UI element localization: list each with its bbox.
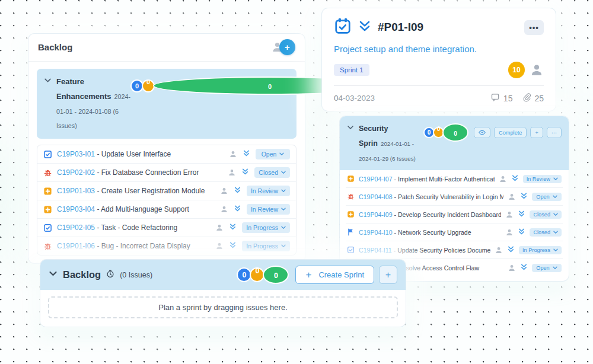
issue-title: Create User Registration Module: [101, 187, 205, 195]
status-dropdown[interactable]: In Review: [247, 186, 290, 196]
issue-id-link[interactable]: C19P04-I09: [359, 211, 393, 218]
issue-row[interactable]: C19P04-I11 - Update Security Policies Do…: [346, 241, 563, 259]
priority-double-chevron-icon: [241, 167, 249, 178]
issue-row[interactable]: C19P04-I07 - Implement Multi-Factor Auth…: [346, 170, 563, 188]
issue-title: Task - Code Refactoring: [101, 223, 178, 232]
assignee-icon[interactable]: [530, 63, 544, 77]
issue-title: Update User Interface: [101, 150, 171, 158]
assignee-icon[interactable]: [220, 187, 228, 195]
chevron-down-icon: [553, 177, 558, 181]
add-sprint-button[interactable]: +: [379, 266, 397, 284]
issue-row[interactable]: C19P04-I09 - Develop Security Incident D…: [346, 206, 563, 223]
more-options-button[interactable]: •••: [524, 20, 544, 35]
assignee-icon[interactable]: [505, 228, 514, 237]
issue-id-link[interactable]: C19P04-I11: [359, 247, 392, 254]
sprint-drop-zone[interactable]: Plan a sprint by dragging issues here.: [48, 296, 398, 318]
priority-double-chevron-icon: [520, 191, 528, 202]
backlog-body: Plan a sprint by dragging issues here.: [40, 290, 406, 327]
priority-double-chevron-icon: [511, 174, 519, 184]
issue-list: C19P03-I01 - Update User Interface Open …: [37, 145, 296, 256]
status-label: In Progress: [246, 224, 278, 231]
collapse-chevron-icon[interactable]: [49, 269, 58, 280]
status-dropdown[interactable]: Open: [256, 149, 290, 159]
assignee-icon[interactable]: [508, 193, 516, 201]
collapse-chevron-icon[interactable]: [44, 76, 52, 87]
issue-id-link[interactable]: C19P04-I07: [359, 175, 393, 183]
status-dropdown[interactable]: Closed: [254, 167, 290, 178]
issue-title: Implement Multi-Factor Authentication: [398, 175, 495, 183]
chevron-down-icon: [281, 189, 286, 193]
issue-row[interactable]: C19P02-I05 - Task - Code Refactoring In …: [37, 219, 296, 237]
sprint-header: Feature Enhancements2024-01-01 - 2024-01…: [37, 69, 296, 139]
chevron-down-icon: [281, 171, 286, 174]
status-dropdown[interactable]: Open: [532, 193, 562, 201]
issue-title: Develop Security Incident Dashboard: [398, 211, 501, 218]
complete-sprint-button[interactable]: Complete: [494, 127, 527, 138]
issue-id-link[interactable]: C19P04-I08: [359, 193, 393, 200]
assignee-icon[interactable]: [215, 223, 224, 232]
paperclip-icon[interactable]: [522, 92, 531, 104]
issue-row[interactable]: C19P04-I10 - Network Security Upgrade Cl…: [346, 223, 563, 241]
create-sprint-button[interactable]: + Create Sprint: [295, 266, 374, 284]
issue-row[interactable]: C19P01-I03 - Create User Registration Mo…: [37, 182, 296, 200]
issue-summary-link[interactable]: Project setup and theme integration.: [334, 44, 544, 54]
issue-text: C19P01-I03 - Create User Registration Mo…: [57, 187, 215, 195]
issue-count-badges: 000: [423, 123, 468, 142]
chevron-down-icon: [281, 207, 286, 211]
status-dropdown[interactable]: In Progress: [242, 241, 290, 251]
priority-double-chevron-icon: [518, 227, 525, 238]
issue-row[interactable]: C19P02-I02 - Fix Database Connection Err…: [37, 164, 296, 182]
add-member-button[interactable]: +: [279, 39, 295, 55]
issue-id-link[interactable]: C19P03-I01: [57, 150, 95, 158]
issue-title: Patch Security Vulnerability in Login Mo…: [398, 193, 503, 200]
issue-detail-card: #P01-I09 ••• Project setup and theme int…: [322, 8, 556, 111]
more-options-button[interactable]: ⋯: [547, 127, 562, 138]
assignee-icon[interactable]: [220, 205, 228, 213]
status-dropdown[interactable]: In Progress: [242, 222, 290, 233]
watch-button[interactable]: [474, 127, 490, 138]
issue-title: Resolve Access Control Flaw: [398, 264, 479, 272]
issue-row[interactable]: C19P01-I06 - Bug - Incorrect Data Displa…: [37, 237, 296, 255]
sprint-name: Feature Enhancements: [56, 77, 111, 101]
assignee-icon[interactable]: [228, 168, 236, 177]
issue-row[interactable]: C19P03-I01 - Update User Interface Open: [37, 145, 296, 164]
count-badge-green: 0: [442, 123, 468, 142]
status-dropdown[interactable]: Closed: [530, 210, 562, 219]
assignee-icon[interactable]: [215, 242, 224, 250]
backlog-issue-count: (0 Issues): [120, 271, 152, 279]
issue-row[interactable]: C19P03-I04 - Add Multi-language Support …: [37, 200, 296, 219]
status-label: In Review: [251, 187, 278, 194]
assignee-icon[interactable]: [229, 150, 237, 158]
chevron-down-icon: [553, 266, 557, 270]
issue-row[interactable]: C19P04-I08 - Patch Security Vulnerabilit…: [346, 188, 563, 206]
issue-id-link[interactable]: C19P01-I06: [57, 242, 95, 250]
priority-double-chevron-icon: [507, 245, 515, 256]
issue-text: C19P04-I09 - Develop Security Incident D…: [359, 211, 501, 218]
backlog-panel-header: Backlog +: [28, 34, 305, 62]
assignee-icon[interactable]: [505, 210, 514, 219]
assignee-icon[interactable]: [508, 264, 516, 272]
status-label: Closed: [259, 169, 278, 176]
status-dropdown[interactable]: In Progress: [519, 246, 562, 254]
issue-id-link[interactable]: C19P02-I05: [57, 223, 95, 232]
issue-id-link[interactable]: C19P02-I02: [57, 168, 95, 177]
assignee-icon[interactable]: [495, 246, 503, 254]
sprint-tag[interactable]: Sprint 1: [334, 64, 369, 76]
issue-title: Add Multi-language Support: [101, 205, 189, 213]
status-dropdown[interactable]: Open: [532, 264, 562, 272]
issue-id-link[interactable]: C19P03-I04: [57, 205, 95, 213]
issue-id-link[interactable]: C19P01-I03: [57, 187, 95, 195]
issue-count-badges: 000: [237, 266, 289, 284]
add-issue-button[interactable]: +: [530, 127, 543, 138]
status-label: Open: [262, 151, 277, 158]
status-dropdown[interactable]: Closed: [530, 228, 562, 237]
comment-icon[interactable]: [490, 92, 500, 104]
status-dropdown[interactable]: In Review: [523, 175, 562, 183]
priority-double-chevron-icon: [243, 149, 250, 159]
feature-icon: [43, 187, 52, 196]
status-dropdown[interactable]: In Review: [247, 204, 290, 215]
calendar-check-icon: [334, 17, 352, 37]
issue-id-link[interactable]: C19P04-I10: [359, 229, 393, 236]
collapse-chevron-icon[interactable]: [347, 123, 354, 133]
assignee-icon[interactable]: [499, 175, 507, 183]
